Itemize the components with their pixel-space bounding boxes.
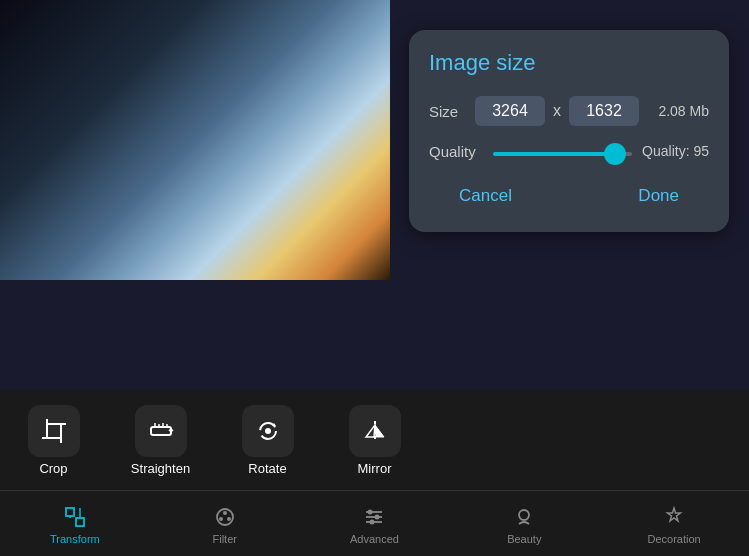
straighten-icon <box>147 417 175 445</box>
beauty-nav-icon <box>510 503 538 531</box>
crop-icon <box>40 417 68 445</box>
svg-marker-13 <box>366 425 375 437</box>
nav-filter-label: Filter <box>212 533 236 545</box>
image-size-dialog: Image size Size x 2.08 Mb Quality Qualit… <box>409 30 729 232</box>
svg-rect-16 <box>76 518 84 526</box>
size-x-separator: x <box>553 102 561 120</box>
transform-nav-icon <box>61 503 89 531</box>
svg-point-26 <box>368 509 373 514</box>
svg-rect-15 <box>66 508 74 516</box>
nav-beauty-label: Beauty <box>507 533 541 545</box>
cancel-button[interactable]: Cancel <box>439 180 532 212</box>
svg-point-21 <box>219 517 223 521</box>
width-input[interactable] <box>475 96 545 126</box>
mirror-icon-box <box>349 405 401 457</box>
svg-marker-14 <box>375 425 384 437</box>
svg-point-27 <box>375 514 380 519</box>
tool-straighten[interactable]: Straighten <box>107 395 214 485</box>
svg-rect-5 <box>151 427 171 435</box>
tool-rotate[interactable]: Rotate <box>214 395 321 485</box>
bottom-toolbar: Crop Straighten <box>0 390 749 556</box>
quality-row: Quality Quality: 95 <box>429 142 709 160</box>
nav-transform-label: Transform <box>50 533 100 545</box>
nav-beauty[interactable]: Beauty <box>449 491 599 556</box>
tool-row: Crop Straighten <box>0 390 749 490</box>
svg-rect-0 <box>47 424 61 438</box>
decoration-nav-icon <box>660 503 688 531</box>
rotate-icon-box <box>242 405 294 457</box>
tool-mirror[interactable]: Mirror <box>321 395 428 485</box>
file-size-label: 2.08 Mb <box>658 103 709 119</box>
quality-label: Quality <box>429 143 483 160</box>
height-input[interactable] <box>569 96 639 126</box>
done-button[interactable]: Done <box>618 180 699 212</box>
nav-filter[interactable]: Filter <box>150 491 300 556</box>
tool-crop[interactable]: Crop <box>0 395 107 485</box>
nav-decoration[interactable]: Decoration <box>599 491 749 556</box>
quality-slider-container <box>493 142 632 160</box>
svg-point-20 <box>223 511 227 515</box>
filter-nav-icon <box>211 503 239 531</box>
decoration-icon <box>662 505 686 529</box>
nav-transform[interactable]: Transform <box>0 491 150 556</box>
photo-background <box>0 0 390 280</box>
advanced-nav-icon <box>360 503 388 531</box>
beauty-icon <box>512 505 536 529</box>
dialog-title: Image size <box>429 50 709 76</box>
advanced-icon <box>362 505 386 529</box>
nav-decoration-label: Decoration <box>647 533 700 545</box>
crop-label: Crop <box>39 461 67 476</box>
svg-point-22 <box>227 517 231 521</box>
straighten-label: Straighten <box>131 461 190 476</box>
nav-row: Transform Filter <box>0 490 749 556</box>
crop-icon-box <box>28 405 80 457</box>
svg-point-29 <box>519 510 529 520</box>
dialog-buttons: Cancel Done <box>429 180 709 212</box>
mirror-icon <box>361 417 389 445</box>
rotate-label: Rotate <box>248 461 286 476</box>
quality-value-label: Quality: 95 <box>642 143 709 159</box>
transform-icon <box>63 505 87 529</box>
mirror-label: Mirror <box>358 461 392 476</box>
nav-advanced[interactable]: Advanced <box>300 491 450 556</box>
svg-point-28 <box>370 519 375 524</box>
filter-icon <box>213 505 237 529</box>
svg-point-11 <box>265 428 271 434</box>
nav-advanced-label: Advanced <box>350 533 399 545</box>
size-row: Size x 2.08 Mb <box>429 96 709 126</box>
size-label: Size <box>429 103 467 120</box>
quality-slider[interactable] <box>493 152 632 156</box>
rotate-icon <box>254 417 282 445</box>
straighten-icon-box <box>135 405 187 457</box>
